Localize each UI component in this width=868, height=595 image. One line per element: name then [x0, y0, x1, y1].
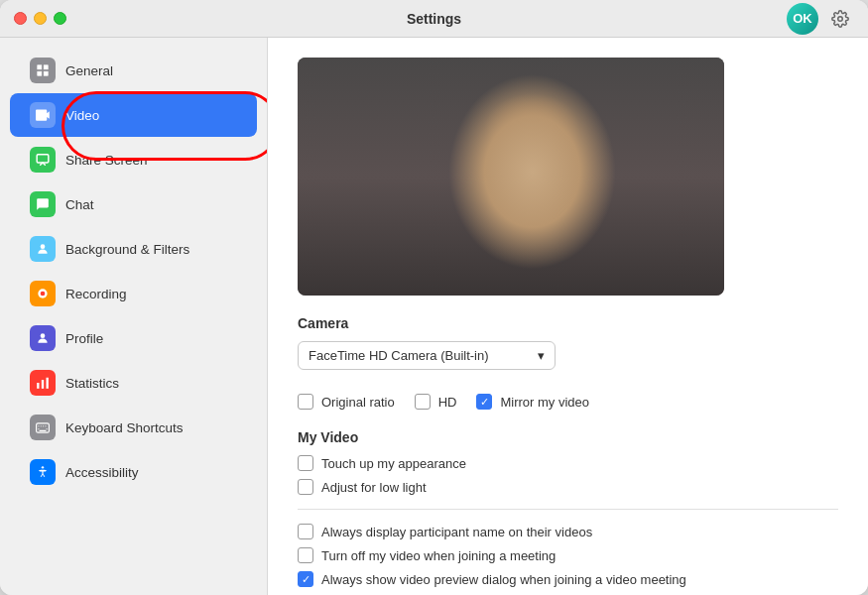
sidebar-item-general-label: General — [65, 63, 113, 78]
sidebar-item-video[interactable]: Video — [10, 93, 257, 137]
close-button[interactable] — [14, 12, 27, 25]
sidebar-item-profile-label: Profile — [65, 331, 103, 346]
sidebar-item-statistics-label: Statistics — [65, 376, 119, 391]
hd-checkbox[interactable] — [415, 394, 431, 410]
profile-icon — [30, 325, 56, 351]
main-panel: Camera FaceTime HD Camera (Built-in) ▾ O… — [268, 38, 868, 595]
original-ratio-checkbox[interactable] — [298, 394, 313, 410]
divider — [298, 509, 838, 510]
svg-rect-10 — [37, 383, 39, 389]
background-icon — [30, 236, 56, 262]
always-show-checkbox[interactable]: ✓ — [298, 571, 313, 587]
sidebar-item-accessibility[interactable]: Accessibility — [10, 450, 257, 494]
minimize-button[interactable] — [34, 12, 47, 25]
display-name-checkbox[interactable] — [298, 524, 313, 539]
svg-point-9 — [41, 333, 46, 338]
content-area: General Video Share Screen — [0, 38, 868, 595]
sidebar-item-chat-label: Chat — [65, 197, 94, 212]
sidebar-item-background[interactable]: Background & Filters — [10, 227, 257, 271]
camera-select-value: FaceTime HD Camera (Built-in) — [309, 348, 489, 363]
svg-rect-3 — [44, 71, 48, 75]
turn-off-checkbox[interactable] — [298, 547, 313, 563]
recording-icon — [30, 281, 56, 306]
mirror-checkbox[interactable]: ✓ — [476, 394, 492, 410]
original-ratio-row[interactable]: Original ratio — [298, 394, 395, 410]
mirror-label: Mirror my video — [500, 395, 589, 410]
share-screen-icon — [30, 147, 56, 173]
svg-rect-4 — [38, 71, 42, 75]
sidebar: General Video Share Screen — [0, 38, 268, 595]
sidebar-item-recording-label: Recording — [65, 287, 127, 301]
sidebar-item-chat[interactable]: Chat — [10, 182, 257, 226]
my-video-section: My Video Touch up my appearance Adjust f… — [298, 429, 838, 495]
original-ratio-label: Original ratio — [321, 395, 395, 410]
svg-rect-11 — [42, 380, 44, 389]
statistics-icon — [30, 370, 56, 396]
svg-point-8 — [41, 292, 46, 297]
sidebar-item-video-label: Video — [65, 108, 99, 123]
hd-row[interactable]: HD — [415, 394, 457, 410]
camera-feed — [298, 58, 724, 296]
svg-rect-5 — [37, 155, 49, 163]
traffic-lights — [14, 12, 66, 25]
camera-options-row: Original ratio HD ✓ Mirror my video — [298, 386, 838, 417]
display-name-label: Always display participant name on their… — [321, 525, 592, 539]
display-name-row[interactable]: Always display participant name on their… — [298, 524, 838, 539]
window-title: Settings — [407, 11, 461, 27]
settings-window: Settings OK General — [0, 0, 868, 595]
sidebar-item-general[interactable]: General — [10, 49, 257, 92]
accessibility-icon — [30, 459, 56, 485]
low-light-label: Adjust for low light — [321, 480, 427, 495]
svg-rect-1 — [38, 65, 42, 69]
camera-label: Camera — [298, 315, 838, 331]
touch-up-checkbox[interactable] — [298, 455, 313, 471]
touch-up-label: Touch up my appearance — [321, 456, 466, 471]
sidebar-item-accessibility-label: Accessibility — [65, 465, 139, 480]
touch-up-row[interactable]: Touch up my appearance — [298, 455, 838, 471]
titlebar: Settings OK — [0, 0, 868, 38]
sidebar-item-background-label: Background & Filters — [65, 242, 189, 257]
video-icon — [30, 102, 56, 128]
low-light-checkbox[interactable] — [298, 479, 313, 495]
sidebar-item-share-label: Share Screen — [65, 153, 148, 168]
chevron-down-icon: ▾ — [538, 348, 545, 363]
sidebar-item-keyboard-label: Keyboard Shortcuts — [65, 420, 184, 435]
keyboard-icon — [30, 415, 56, 440]
sidebar-item-profile[interactable]: Profile — [10, 316, 257, 360]
avatar-button[interactable]: OK — [787, 3, 818, 35]
my-video-label: My Video — [298, 429, 838, 445]
general-icon — [30, 58, 56, 83]
svg-point-6 — [41, 244, 46, 249]
sidebar-item-recording[interactable]: Recording — [10, 272, 257, 315]
camera-select[interactable]: FaceTime HD Camera (Built-in) ▾ — [298, 341, 556, 370]
titlebar-right: OK — [787, 3, 854, 35]
chat-icon — [30, 191, 56, 217]
mirror-row[interactable]: ✓ Mirror my video — [476, 394, 589, 410]
svg-point-0 — [838, 16, 843, 21]
svg-rect-2 — [44, 65, 48, 69]
hd-label: HD — [438, 395, 457, 410]
svg-rect-12 — [47, 378, 49, 389]
sidebar-item-share-screen[interactable]: Share Screen — [10, 138, 257, 181]
turn-off-row[interactable]: Turn off my video when joining a meeting — [298, 547, 838, 563]
low-light-row[interactable]: Adjust for low light — [298, 479, 838, 495]
turn-off-label: Turn off my video when joining a meeting — [321, 548, 556, 563]
sidebar-item-keyboard[interactable]: Keyboard Shortcuts — [10, 406, 257, 449]
always-show-row[interactable]: ✓ Always show video preview dialog when … — [298, 571, 838, 587]
svg-point-21 — [42, 466, 44, 468]
sidebar-item-statistics[interactable]: Statistics — [10, 361, 257, 405]
camera-section: Camera FaceTime HD Camera (Built-in) ▾ — [298, 315, 838, 370]
maximize-button[interactable] — [54, 12, 66, 25]
gear-icon[interactable] — [826, 5, 854, 33]
always-show-label: Always show video preview dialog when jo… — [321, 572, 686, 587]
video-preview — [298, 58, 724, 296]
